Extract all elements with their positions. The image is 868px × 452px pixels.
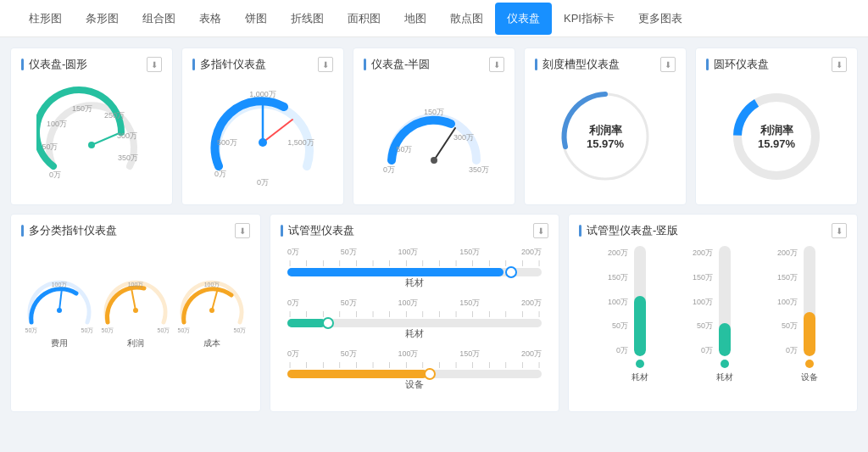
- row-1: 仪表盘-圆形 ⬇ 0万 50万 100万 150万: [10, 47, 858, 205]
- svg-text:500万: 500万: [217, 138, 237, 147]
- svg-text:利润率: 利润率: [760, 124, 794, 137]
- card-header-left-1: 仪表盘-圆形: [21, 57, 87, 72]
- thermo-dot-3: [805, 360, 814, 368]
- download-icon-3[interactable]: ⬇: [489, 57, 504, 72]
- svg-text:50万: 50万: [396, 145, 412, 153]
- semicircle-gauge-display: 0万 50万 150万 300万 350万: [364, 77, 504, 196]
- thermo-bar-col-3: 设备: [801, 246, 818, 383]
- tube-fill-3: [287, 370, 427, 378]
- svg-text:1,000万: 1,000万: [249, 90, 276, 98]
- nav-item-bar-chart[interactable]: 柱形图: [17, 3, 74, 35]
- thermo-bar-1: [634, 246, 646, 356]
- title-bar-5: [706, 59, 709, 70]
- download-icon-7[interactable]: ⬇: [533, 223, 548, 238]
- svg-text:0万: 0万: [49, 170, 61, 179]
- card-header-7: 试管型仪表盘 ⬇: [281, 223, 548, 238]
- multi-category-display: 50万 100万 50万 费用 50万 100万 50万: [21, 243, 250, 375]
- nav-item-map[interactable]: 地图: [392, 3, 438, 35]
- thermo-col-1: 200万 150万 100万 50万 0万 耗材: [608, 246, 648, 383]
- svg-text:100万: 100万: [204, 282, 220, 287]
- svg-text:0万: 0万: [214, 170, 226, 178]
- nav-item-table[interactable]: 表格: [187, 3, 233, 35]
- nav-item-dashboard[interactable]: 仪表盘: [495, 3, 552, 35]
- tube-thumb-2[interactable]: [322, 317, 334, 329]
- card-header-left-5: 圆环仪表盘: [706, 57, 769, 72]
- card-title-1: 仪表盘-圆形: [29, 57, 87, 72]
- tube-gauge-display: 0万 50万 100万 150万 200万 |||||||||||||||| 耗…: [281, 243, 548, 403]
- card-header-left-4: 刻度槽型仪表盘: [535, 57, 620, 72]
- svg-text:50万: 50万: [42, 142, 58, 151]
- svg-text:50万: 50万: [158, 327, 170, 333]
- tube-track-1: [287, 268, 542, 276]
- title-bar-4: [535, 59, 537, 70]
- tube-row-2: 0万 50万 100万 150万 200万 |||||||||||||||| 耗…: [287, 298, 542, 340]
- tube-row-1: 0万 50万 100万 150万 200万 |||||||||||||||| 耗…: [287, 247, 542, 289]
- thermo-scale-3: 200万 150万 100万 50万 0万: [777, 246, 798, 356]
- svg-point-18: [431, 157, 437, 164]
- thermo-dot-2: [721, 360, 729, 368]
- card-header-left-2: 多指针仪表盘: [192, 57, 266, 72]
- thermo-bar-col-1: 耗材: [632, 246, 648, 383]
- nav-bar: 柱形图 条形图 组合图 表格 饼图 折线图 面积图 地图 散点图 仪表盘 KPI…: [0, 0, 868, 37]
- card-title-6: 多分类指针仪表盘: [29, 223, 117, 238]
- download-icon-1[interactable]: ⬇: [147, 57, 162, 72]
- nav-item-line-chart[interactable]: 折线图: [279, 3, 336, 35]
- tube-thumb-3[interactable]: [424, 368, 436, 380]
- svg-text:100万: 100万: [128, 282, 144, 287]
- mini-gauge-svg-2: 50万 100万 50万: [97, 270, 174, 338]
- ring-gauge-svg: 利润率 15.97%: [726, 86, 827, 187]
- thermo-fill-3: [804, 312, 815, 356]
- nav-item-scatter[interactable]: 散点图: [438, 3, 495, 35]
- tube-scale-1: 0万 50万 100万 150万 200万: [287, 247, 542, 258]
- row-2: 多分类指针仪表盘 ⬇ 50万 100万 50万 费用: [10, 214, 858, 412]
- tube-thumb-1[interactable]: [505, 266, 517, 278]
- circular-gauge-display: 0万 50万 100万 150万 250万 300万 350万: [21, 77, 162, 196]
- title-bar-6: [21, 225, 24, 237]
- card-multi-category-gauge: 多分类指针仪表盘 ⬇ 50万 100万 50万 费用: [10, 214, 261, 412]
- svg-text:300万: 300万: [117, 131, 137, 140]
- svg-text:350万: 350万: [469, 165, 489, 174]
- tube-label-耗材-2: 耗材: [287, 327, 542, 340]
- svg-text:0万: 0万: [257, 178, 269, 187]
- mini-gauge-label-1: 费用: [51, 338, 68, 349]
- nav-item-hbar-chart[interactable]: 条形图: [74, 3, 131, 35]
- svg-point-11: [259, 138, 267, 147]
- nav-item-pie-chart[interactable]: 饼图: [233, 3, 279, 35]
- mini-gauge-3: 50万 100万 50万 成本: [174, 270, 250, 349]
- thermo-scale-2: 200万 150万 100万 50万 0万: [693, 246, 713, 356]
- svg-text:1,500万: 1,500万: [287, 138, 314, 147]
- download-icon-5[interactable]: ⬇: [832, 57, 847, 72]
- tube-track-3: [287, 370, 542, 378]
- title-bar-3: [364, 59, 366, 70]
- slot-gauge-svg: 利润率 15.97%: [554, 86, 656, 187]
- svg-line-31: [59, 288, 62, 310]
- thermo-fill-2: [719, 323, 731, 356]
- card-header-2: 多指针仪表盘 ⬇: [192, 57, 333, 72]
- tube-track-2: [287, 319, 542, 327]
- nav-item-combo-chart[interactable]: 组合图: [131, 3, 187, 35]
- download-icon-6[interactable]: ⬇: [235, 223, 250, 238]
- mini-gauge-label-3: 成本: [203, 338, 220, 349]
- nav-item-more-charts[interactable]: 更多图表: [626, 3, 694, 35]
- svg-text:350万: 350万: [118, 153, 138, 162]
- nav-item-area-chart[interactable]: 面积图: [336, 3, 392, 35]
- thermo-label-2: 耗材: [716, 371, 733, 383]
- card-header-3: 仪表盘-半圆 ⬇: [364, 57, 504, 72]
- card-title-3: 仪表盘-半圆: [371, 57, 430, 72]
- circular-gauge-svg: 0万 50万 100万 150万 250万 300万 350万: [36, 86, 147, 187]
- card-header-4: 刻度槽型仪表盘 ⬇: [535, 57, 676, 72]
- card-title-8: 试管型仪表盘-竖版: [587, 223, 678, 238]
- tube-scale-3: 0万 50万 100万 150万 200万: [287, 349, 542, 360]
- download-icon-4[interactable]: ⬇: [660, 57, 676, 72]
- svg-text:50万: 50万: [25, 327, 38, 333]
- nav-item-kpi[interactable]: KPI指标卡: [552, 3, 626, 35]
- card-tube-gauge: 试管型仪表盘 ⬇ 0万 50万 100万 150万 200万 |||||||||…: [270, 214, 559, 412]
- multi-needle-gauge-display: 1,000万 0万 500万 1,500万 0万: [192, 77, 333, 196]
- thermo-label-3: 设备: [801, 371, 818, 383]
- tube-fill-1: [287, 268, 504, 276]
- svg-line-41: [212, 288, 218, 310]
- card-header-1: 仪表盘-圆形 ⬇: [21, 57, 162, 72]
- download-icon-2[interactable]: ⬇: [318, 57, 333, 72]
- download-icon-8[interactable]: ⬇: [832, 223, 847, 238]
- tube-scale-2: 0万 50万 100万 150万 200万: [287, 298, 542, 309]
